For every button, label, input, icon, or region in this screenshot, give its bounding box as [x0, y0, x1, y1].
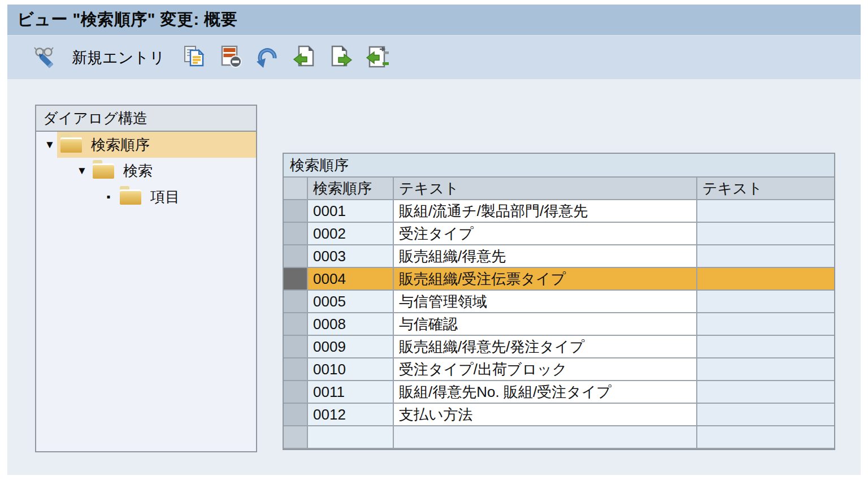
text-cell[interactable]: 受注タイプ: [394, 223, 697, 245]
text-cell[interactable]: 販売組織/得意先: [394, 245, 697, 268]
column-header-seq[interactable]: 検索順序: [308, 178, 394, 200]
content-area: ダイアログ構造 ▼ 検索順序 ▼ 検索 · 項: [7, 79, 861, 475]
seq-cell[interactable]: 0010: [308, 358, 394, 381]
copy-entries-icon: [181, 44, 206, 71]
application-toolbar: 新規エントリ: [7, 35, 861, 79]
table-row: 0004 販売組織/受注伝票タイプ: [284, 268, 834, 291]
table-row: 0011 販組/得意先No. 販組/受注タイプ: [284, 381, 834, 404]
seq-cell[interactable]: 0012: [308, 404, 394, 426]
row-select-cell[interactable]: [284, 404, 308, 426]
text-cell[interactable]: 販売組織/得意先/発注タイプ: [394, 336, 697, 358]
next-entry-icon: [328, 44, 353, 71]
text-cell[interactable]: 受注タイプ/出荷ブロック: [394, 358, 697, 381]
column-header-text2[interactable]: テキスト: [697, 178, 834, 200]
row-select-cell[interactable]: [284, 313, 308, 336]
position-icon: [365, 44, 390, 71]
seq-cell[interactable]: 0004: [308, 268, 394, 291]
dialog-structure-header: ダイアログ構造: [36, 106, 256, 132]
row-select-cell[interactable]: [284, 223, 308, 245]
text2-cell[interactable]: [697, 426, 834, 449]
tree-item-highlight: 項目: [116, 184, 256, 210]
text-cell[interactable]: [394, 426, 697, 449]
seq-cell[interactable]: 0003: [308, 245, 394, 268]
tree-item-label: 検索順序: [82, 135, 158, 155]
row-select-cell[interactable]: [284, 245, 308, 268]
seq-cell[interactable]: 0002: [308, 223, 394, 245]
seq-cell[interactable]: [308, 426, 394, 449]
seq-cell[interactable]: 0008: [308, 313, 394, 336]
table-row: 0010 受注タイプ/出荷ブロック: [284, 358, 834, 381]
folder-icon: [60, 137, 82, 153]
tree-item-item[interactable]: · 項目: [36, 184, 256, 210]
text2-cell[interactable]: [697, 381, 834, 404]
row-select-cell[interactable]: [284, 268, 308, 291]
new-entries-button[interactable]: 新規エントリ: [72, 47, 165, 68]
table-title-label: 検索順序: [290, 155, 349, 175]
previous-entry-icon: [292, 44, 316, 71]
text2-cell[interactable]: [697, 358, 834, 381]
seq-cell[interactable]: 0011: [308, 381, 394, 404]
position-button[interactable]: [364, 45, 390, 71]
table-row: 0002 受注タイプ: [284, 223, 834, 245]
folder-icon: [120, 189, 141, 205]
column-header-text[interactable]: テキスト: [394, 178, 697, 200]
seq-cell[interactable]: 0009: [308, 336, 394, 358]
triangle-down-icon[interactable]: ▼: [75, 165, 89, 177]
seq-cell[interactable]: 0001: [308, 200, 394, 223]
page-title: ビュー "検索順序" 変更: 概要: [17, 8, 237, 31]
text2-cell[interactable]: [697, 223, 834, 245]
dialog-structure-title: ダイアログ構造: [43, 109, 147, 128]
row-select-cell[interactable]: [284, 358, 308, 381]
folder-icon: [93, 163, 114, 179]
search-sequence-table: 検索順序 検索順序 テキスト テキスト 0001 販組/流通チ/製品部門/得意先…: [283, 153, 835, 450]
text-cell[interactable]: 与信確認: [394, 313, 697, 336]
triangle-down-icon[interactable]: ▼: [42, 139, 57, 151]
table-row: 0008 与信確認: [284, 313, 834, 336]
text-cell[interactable]: 支払い方法: [394, 404, 697, 426]
copy-entries-button[interactable]: [181, 45, 207, 71]
next-entry-button[interactable]: [328, 45, 354, 71]
table-title: 検索順序: [284, 154, 834, 178]
table-row: [284, 426, 834, 449]
text2-cell[interactable]: [697, 336, 834, 358]
text2-cell[interactable]: [697, 200, 834, 223]
row-select-cell[interactable]: [284, 381, 308, 404]
dialog-structure-panel: ダイアログ構造 ▼ 検索順序 ▼ 検索 · 項: [35, 105, 257, 452]
tree-item-highlight: 検索順序: [57, 132, 256, 158]
tree-item-label: 検索: [114, 161, 160, 181]
text2-cell[interactable]: [697, 313, 834, 336]
row-select-cell[interactable]: [284, 336, 308, 358]
table-body: 0001 販組/流通チ/製品部門/得意先 0002 受注タイプ 0003 販売組…: [284, 200, 834, 449]
tree-item-search[interactable]: ▼ 検索: [36, 158, 256, 184]
title-bar: ビュー "検索順序" 変更: 概要: [7, 5, 861, 35]
toolbar-icon-group: [181, 45, 390, 71]
table-row: 0012 支払い方法: [284, 404, 834, 426]
text-cell[interactable]: 販組/流通チ/製品部門/得意先: [394, 200, 697, 223]
table-row: 0009 販売組織/得意先/発注タイプ: [284, 336, 834, 358]
previous-entry-button[interactable]: [291, 45, 317, 71]
sap-window: ビュー "検索順序" 変更: 概要: [0, 0, 868, 484]
delete-line-button[interactable]: [218, 45, 244, 71]
table-row: 0003 販売組織/得意先: [284, 245, 834, 268]
select-all-header-cell[interactable]: [284, 178, 308, 200]
text2-cell[interactable]: [697, 404, 834, 426]
text2-cell[interactable]: [697, 245, 834, 268]
display-change-button[interactable]: [32, 45, 58, 71]
text-cell[interactable]: 与信管理領域: [394, 291, 697, 313]
row-select-cell[interactable]: [284, 200, 308, 223]
tree-item-search-sequence[interactable]: ▼ 検索順序: [36, 132, 256, 158]
table-row: 0001 販組/流通チ/製品部門/得意先: [284, 200, 834, 223]
text2-cell[interactable]: [697, 268, 834, 291]
row-select-cell[interactable]: [284, 426, 308, 449]
text2-cell[interactable]: [697, 291, 834, 313]
row-select-cell[interactable]: [284, 291, 308, 313]
seq-cell[interactable]: 0005: [308, 291, 394, 313]
text-cell[interactable]: 販売組織/受注伝票タイプ: [394, 268, 697, 291]
undo-icon: [255, 44, 280, 71]
delete-line-icon: [218, 44, 243, 71]
table-header-row: 検索順序 テキスト テキスト: [284, 178, 834, 200]
undo-button[interactable]: [254, 45, 280, 71]
table-row: 0005 与信管理領域: [284, 291, 834, 313]
text-cell[interactable]: 販組/得意先No. 販組/受注タイプ: [394, 381, 697, 404]
tree-item-highlight: 検索: [89, 158, 256, 184]
